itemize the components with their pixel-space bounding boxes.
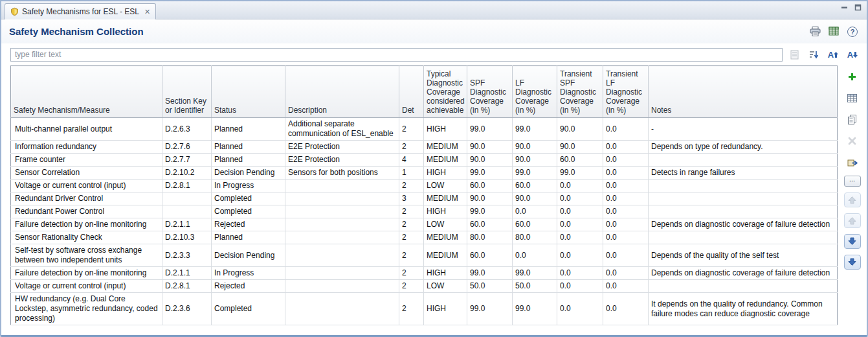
table-cell[interactable]: D.2.7.6 xyxy=(162,141,212,154)
table-cell[interactable]: 2 xyxy=(399,293,424,325)
table-cell[interactable]: Sensors for both positions xyxy=(285,167,399,180)
table-cell[interactable]: Decision Pending xyxy=(212,244,285,267)
table-cell[interactable]: 99.0 xyxy=(467,267,513,280)
table-cell[interactable] xyxy=(285,218,399,231)
table-cell[interactable]: 90.0 xyxy=(557,118,603,141)
table-cell[interactable] xyxy=(162,205,212,218)
table-cell[interactable]: Depends on type of redundancy. xyxy=(649,141,838,154)
table-cell[interactable]: 0.0 xyxy=(603,218,649,231)
table-cell[interactable]: 50.0 xyxy=(513,280,557,293)
table-cell[interactable]: 90.0 xyxy=(513,192,557,205)
table-cell[interactable]: 1 xyxy=(399,167,424,180)
table-cell[interactable]: LOW xyxy=(424,218,467,231)
column-header[interactable]: Transient SPF Diagnostic Coverage (in %) xyxy=(557,66,603,118)
column-header[interactable]: LF Diagnostic Coverage (in %) xyxy=(513,66,557,118)
table-cell[interactable]: Depends on diagnostic coverage of failur… xyxy=(649,267,838,280)
table-cell[interactable]: 0.0 xyxy=(557,192,603,205)
close-icon[interactable]: ✕ xyxy=(144,8,150,16)
table-cell[interactable] xyxy=(285,244,399,267)
add-from-table-button[interactable] xyxy=(844,90,861,106)
table-cell[interactable]: 0.0 xyxy=(603,205,649,218)
table-cell[interactable]: Redundant Driver Control xyxy=(11,192,162,205)
column-header[interactable]: Notes xyxy=(649,66,838,118)
table-cell[interactable]: 2 xyxy=(399,218,424,231)
table-cell[interactable]: 0.0 xyxy=(557,293,603,325)
table-row[interactable]: Failure detection by on-line monitoringD… xyxy=(11,218,838,231)
table-cell[interactable]: 0.0 xyxy=(603,154,649,167)
table-cell[interactable] xyxy=(285,192,399,205)
table-cell[interactable]: 60.0 xyxy=(467,180,513,192)
table-cell[interactable]: Additional separate communication of ESL… xyxy=(285,118,399,141)
table-cell[interactable]: 90.0 xyxy=(557,141,603,154)
table-cell[interactable]: HIGH xyxy=(424,293,467,325)
table-cell[interactable]: HW redundancy (e.g. Dual Core Lockstep, … xyxy=(11,293,162,325)
table-cell[interactable]: 0.0 xyxy=(603,267,649,280)
table-cell[interactable]: MEDIUM xyxy=(424,141,467,154)
table-cell[interactable]: Voltage or current control (input) xyxy=(11,180,162,192)
table-cell[interactable]: D.2.8.1 xyxy=(162,180,212,192)
filter-input[interactable] xyxy=(10,48,783,62)
table-cell[interactable]: D.2.10.2 xyxy=(162,167,212,180)
table-cell[interactable]: Sensor Rationality Check xyxy=(11,231,162,244)
table-cell[interactable]: Completed xyxy=(212,293,285,325)
table-cell[interactable]: 2 xyxy=(399,280,424,293)
column-header[interactable]: Section Key or Identifier xyxy=(162,66,212,118)
table-cell[interactable]: In Progress xyxy=(212,180,285,192)
column-header[interactable]: Description xyxy=(285,66,399,118)
table-cell[interactable]: 90.0 xyxy=(467,141,513,154)
table-cell[interactable]: 90.0 xyxy=(513,154,557,167)
table-cell[interactable]: 2 xyxy=(399,205,424,218)
table-row[interactable]: Self-test by software cross exchange bet… xyxy=(11,244,838,267)
table-cell[interactable]: HIGH xyxy=(424,267,467,280)
column-header[interactable]: Status xyxy=(212,66,285,118)
table-cell[interactable] xyxy=(285,280,399,293)
table-cell[interactable]: 99.0 xyxy=(513,267,557,280)
table-cell[interactable]: D.2.1.1 xyxy=(162,267,212,280)
table-cell[interactable]: Planned xyxy=(212,154,285,167)
table-cell[interactable]: LOW xyxy=(424,180,467,192)
table-cell[interactable]: 0.0 xyxy=(557,180,603,192)
decrease-font-icon[interactable]: A xyxy=(845,47,860,62)
move-down-button[interactable] xyxy=(844,234,861,249)
table-cell[interactable]: 60.0 xyxy=(513,218,557,231)
table-cell[interactable]: Multi-channel parallel output xyxy=(11,118,162,141)
table-cell[interactable]: D.2.7.7 xyxy=(162,154,212,167)
table-cell[interactable]: MEDIUM xyxy=(424,192,467,205)
table-cell[interactable]: MEDIUM xyxy=(424,244,467,267)
assign-button[interactable] xyxy=(844,154,861,170)
table-cell[interactable]: 0.0 xyxy=(603,180,649,192)
copy-button[interactable] xyxy=(844,111,861,127)
table-cell[interactable]: 0.0 xyxy=(603,118,649,141)
table-cell[interactable]: 99.0 xyxy=(513,118,557,141)
table-cell[interactable]: Depends of the quality of the self test xyxy=(649,244,838,267)
maximize-icon[interactable] xyxy=(854,4,862,11)
table-row[interactable]: HW redundancy (e.g. Dual Core Lockstep, … xyxy=(11,293,838,325)
table-cell[interactable]: 99.0 xyxy=(467,118,513,141)
table-cell[interactable] xyxy=(285,205,399,218)
table-cell[interactable]: D.2.10.3 xyxy=(162,231,212,244)
table-cell[interactable]: LOW xyxy=(424,280,467,293)
table-cell[interactable]: 0.0 xyxy=(603,167,649,180)
table-cell[interactable] xyxy=(649,154,838,167)
table-cell[interactable] xyxy=(649,192,838,205)
table-cell[interactable]: 99.0 xyxy=(513,167,557,180)
table-cell[interactable]: Voltage or current control (input) xyxy=(11,280,162,293)
table-cell[interactable] xyxy=(285,180,399,192)
table-row[interactable]: Frame counterD.2.7.7PlannedE2E Protectio… xyxy=(11,154,838,167)
table-cell[interactable]: 0.0 xyxy=(603,192,649,205)
table-cell[interactable]: Redundant Power Control xyxy=(11,205,162,218)
column-header[interactable]: Det xyxy=(399,66,424,118)
table-cell[interactable]: 0.0 xyxy=(557,244,603,267)
table-cell[interactable]: 2 xyxy=(399,244,424,267)
filter-options-icon[interactable] xyxy=(806,47,821,62)
table-cell[interactable]: Rejected xyxy=(212,218,285,231)
table-cell[interactable]: D.2.3.6 xyxy=(162,293,212,325)
table-cell[interactable]: Frame counter xyxy=(11,154,162,167)
table-cell[interactable]: 0.0 xyxy=(557,231,603,244)
table-cell[interactable]: D.2.1.1 xyxy=(162,218,212,231)
table-cell[interactable]: HIGH xyxy=(424,118,467,141)
column-header[interactable]: Safety Mechanism/Measure xyxy=(11,66,162,118)
table-cell[interactable]: Rejected xyxy=(212,280,285,293)
table-cell[interactable]: HIGH xyxy=(424,167,467,180)
table-cell[interactable]: Depends on diagnostic coverage of failur… xyxy=(649,218,838,231)
